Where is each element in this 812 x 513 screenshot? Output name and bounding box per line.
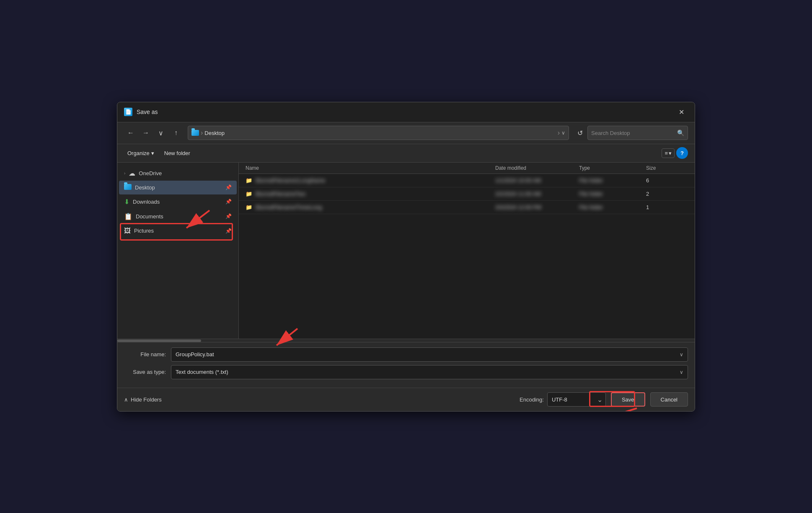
file-name-text: BlurredFilename1LongName — [256, 177, 325, 184]
forward-button[interactable]: → — [139, 126, 153, 140]
title-bar: 📄 Save as ✕ — [117, 102, 695, 122]
dialog-title: Save as — [137, 109, 675, 115]
file-date-cell: 3/3/2024 12:00 PM — [495, 204, 579, 210]
column-header-size[interactable]: Size — [646, 165, 688, 171]
documents-pin-icon: 📌 — [225, 213, 232, 219]
file-type-cell: File folder — [579, 204, 646, 210]
table-row[interactable]: 📁 BlurredFilename1LongName 1/1/2024 10:0… — [239, 174, 695, 187]
encoding-group: Encoding: UTF-8 UTF-16 ANSI — [520, 392, 606, 407]
close-button[interactable]: ✕ — [675, 105, 688, 119]
file-size-cell: 1 — [646, 204, 688, 210]
dialog-icon: 📄 — [124, 108, 132, 116]
file-name-label: File name: — [124, 351, 166, 358]
address-bar[interactable]: › Desktop › ∨ — [188, 126, 569, 140]
desktop-folder-icon — [124, 184, 132, 191]
file-name-dropdown-icon[interactable]: ∨ — [680, 352, 683, 358]
file-list-header: Name Date modified Type Size — [239, 163, 695, 174]
column-header-name[interactable]: Name — [246, 165, 495, 171]
sidebar-item-label-downloads: Downloads — [133, 199, 160, 205]
address-separator-1: › — [201, 129, 203, 137]
documents-icon: 📋 — [124, 212, 132, 220]
save-as-type-row: Save as type: Text documents (*.txt) ∨ — [124, 365, 688, 379]
dropdown-button[interactable]: ∨ — [154, 126, 168, 140]
save-as-type-value: Text documents (*.txt) — [176, 369, 680, 375]
pictures-icon: 🖼 — [124, 227, 131, 235]
onedrive-chevron-icon: › — [124, 171, 125, 176]
save-as-type-dropdown-icon[interactable]: ∨ — [680, 369, 683, 375]
file-list[interactable]: Name Date modified Type Size 📁 BlurredFi… — [239, 163, 695, 339]
file-name-cell: 📁 BlurredFilenameThreeLong — [246, 204, 495, 210]
back-button[interactable]: ← — [124, 126, 137, 140]
table-row[interactable]: 📁 BlurredFilenameTwo 2/2/2024 11:00 AM F… — [239, 187, 695, 201]
organize-chevron-icon: ▾ — [151, 150, 154, 156]
onedrive-cloud-icon: ☁ — [129, 169, 135, 177]
column-header-date[interactable]: Date modified — [495, 165, 579, 171]
file-size-cell: 2 — [646, 191, 688, 197]
dialog-footer: ∧ Hide Folders Encoding: UTF-8 UTF-16 AN… — [117, 388, 695, 411]
file-name-row: File name: ∨ — [124, 347, 688, 362]
table-row[interactable]: 📁 BlurredFilenameThreeLong 3/3/2024 12:0… — [239, 201, 695, 214]
navigation-toolbar: ← → ∨ ↑ › Desktop › ∨ ↺ 🔍 — [117, 122, 695, 144]
new-folder-button[interactable]: New folder — [161, 148, 194, 158]
sidebar-item-label-documents: Documents — [136, 213, 163, 220]
file-name-text: BlurredFilenameThreeLong — [256, 204, 322, 210]
view-icon: ≡ — [665, 150, 668, 156]
save-as-dialog: 📄 Save as ✕ ← → ∨ ↑ › Desktop › ∨ ↺ 🔍 Or… — [117, 102, 695, 412]
pictures-pin-icon: 📌 — [225, 228, 232, 234]
organize-button[interactable]: Organize ▾ — [124, 148, 158, 158]
search-icon: 🔍 — [677, 130, 684, 136]
search-input[interactable] — [591, 130, 677, 136]
footer-right: Encoding: UTF-8 UTF-16 ANSI Save Cancel — [520, 392, 688, 407]
encoding-label: Encoding: — [520, 396, 544, 403]
search-box[interactable]: 🔍 — [587, 126, 688, 140]
save-as-type-input-wrapper[interactable]: Text documents (*.txt) ∨ — [171, 365, 688, 379]
address-separator-2: › — [558, 129, 560, 137]
view-button[interactable]: ≡ ▾ — [662, 148, 675, 158]
help-button[interactable]: ? — [676, 147, 688, 159]
file-icon: 📁 — [246, 191, 252, 197]
sidebar-item-desktop[interactable]: Desktop 📌 — [119, 181, 237, 194]
toolbar2-right: ≡ ▾ ? — [662, 147, 688, 159]
sidebar-item-onedrive[interactable]: › ☁ OneDrive — [119, 166, 237, 181]
file-name-input[interactable] — [176, 351, 680, 358]
main-content: › ☁ OneDrive Desktop 📌 ⬇ Downloads 📌 📋 D… — [117, 163, 695, 339]
file-size-cell: 6 — [646, 177, 688, 184]
hide-folders-label: Hide Folders — [131, 396, 162, 403]
refresh-button[interactable]: ↺ — [574, 127, 586, 139]
cancel-button[interactable]: Cancel — [650, 392, 688, 407]
file-name-text: BlurredFilenameTwo — [256, 191, 305, 197]
sidebar-item-label-pictures: Pictures — [134, 228, 154, 234]
file-name-cell: 📁 BlurredFilenameTwo — [246, 191, 495, 197]
file-name-cell: 📁 BlurredFilename1LongName — [246, 177, 495, 184]
file-type-cell: File folder — [579, 191, 646, 197]
file-icon: 📁 — [246, 204, 252, 210]
file-name-input-wrapper[interactable]: ∨ — [171, 347, 688, 362]
sidebar: › ☁ OneDrive Desktop 📌 ⬇ Downloads 📌 📋 D… — [117, 163, 239, 339]
sidebar-item-label-desktop: Desktop — [135, 184, 155, 191]
desktop-pin-icon: 📌 — [225, 184, 232, 190]
address-bar-folder-icon — [191, 130, 199, 136]
sidebar-item-pictures[interactable]: 🖼 Pictures 📌 — [119, 224, 237, 238]
bottom-form-area: File name: ∨ Save as type: Text document… — [117, 342, 695, 388]
save-as-type-label: Save as type: — [124, 369, 166, 375]
sidebar-item-downloads[interactable]: ⬇ Downloads 📌 — [119, 194, 237, 209]
encoding-select-wrapper[interactable]: UTF-8 UTF-16 ANSI — [547, 392, 606, 407]
file-date-cell: 1/1/2024 10:00 AM — [495, 177, 579, 184]
hide-folders-chevron-icon: ∧ — [124, 396, 128, 403]
column-header-type[interactable]: Type — [579, 165, 646, 171]
organize-label: Organize — [127, 150, 150, 156]
hide-folders-button[interactable]: ∧ Hide Folders — [124, 396, 162, 403]
sidebar-item-documents[interactable]: 📋 Documents 📌 — [119, 209, 237, 224]
file-date-cell: 2/2/2024 11:00 AM — [495, 191, 579, 197]
address-bar-text: Desktop — [204, 130, 556, 136]
downloads-pin-icon: 📌 — [225, 199, 232, 205]
address-bar-dropdown-icon[interactable]: ∨ — [561, 130, 565, 136]
downloads-icon: ⬇ — [124, 198, 129, 206]
sidebar-item-label-onedrive: OneDrive — [139, 170, 162, 176]
horizontal-scrollbar[interactable] — [117, 339, 695, 342]
view-chevron-icon: ▾ — [669, 150, 672, 156]
organize-toolbar: Organize ▾ New folder ≡ ▾ ? — [117, 144, 695, 163]
encoding-select[interactable]: UTF-8 UTF-16 ANSI — [547, 392, 606, 407]
up-button[interactable]: ↑ — [169, 126, 183, 140]
save-button[interactable]: Save — [611, 392, 645, 407]
